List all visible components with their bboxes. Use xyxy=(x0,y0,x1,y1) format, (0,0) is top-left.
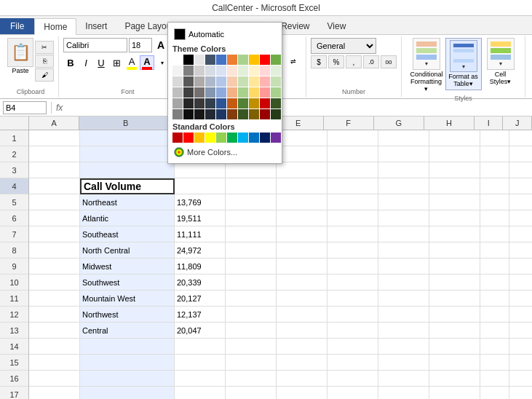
cell-a15[interactable] xyxy=(29,355,80,371)
theme-color-swatch[interactable] xyxy=(183,76,194,87)
theme-color-swatch[interactable] xyxy=(249,87,259,98)
cell-c5[interactable]: 13,769 xyxy=(175,194,226,210)
cell-f7[interactable] xyxy=(327,226,378,242)
theme-color-swatch[interactable] xyxy=(172,98,183,108)
col-header-i[interactable]: I xyxy=(475,116,503,130)
theme-color-swatch[interactable] xyxy=(183,66,194,76)
cell-f15[interactable] xyxy=(327,355,378,371)
cell-g8[interactable] xyxy=(378,242,429,258)
cell-j5[interactable] xyxy=(509,194,532,210)
theme-color-swatch[interactable] xyxy=(227,87,237,98)
cell-e17[interactable] xyxy=(277,387,327,399)
cell-a16[interactable] xyxy=(29,371,80,387)
font-name-input[interactable] xyxy=(63,38,127,52)
cell-b14[interactable] xyxy=(80,339,175,355)
cell-b9[interactable]: Midwest xyxy=(80,258,175,274)
cell-e8[interactable] xyxy=(277,242,327,258)
cell-f14[interactable] xyxy=(327,339,378,355)
cell-d3[interactable] xyxy=(226,162,277,178)
cell-c8[interactable]: 24,972 xyxy=(175,242,226,258)
theme-color-swatch[interactable] xyxy=(227,109,237,119)
paste-button[interactable]: 📋 Paste xyxy=(7,38,33,82)
cell-c13[interactable]: 20,047 xyxy=(175,323,226,339)
cell-g4[interactable] xyxy=(378,178,429,194)
cell-f11[interactable] xyxy=(327,291,378,307)
cell-h1[interactable] xyxy=(429,130,480,146)
cell-b2[interactable] xyxy=(80,146,175,162)
cell-d9[interactable] xyxy=(226,258,277,274)
cell-f4[interactable] xyxy=(327,178,378,194)
cell-h10[interactable] xyxy=(429,274,480,291)
cell-f16[interactable] xyxy=(327,371,378,387)
cell-h17[interactable] xyxy=(429,387,480,399)
col-header-f[interactable]: F xyxy=(324,116,374,130)
cell-a8[interactable] xyxy=(29,242,80,258)
cell-c7[interactable]: 11,111 xyxy=(175,226,226,242)
cell-b1[interactable] xyxy=(80,130,175,146)
theme-color-swatch[interactable] xyxy=(238,66,248,76)
cell-j11[interactable] xyxy=(509,291,532,307)
cell-c12[interactable]: 12,137 xyxy=(175,307,226,323)
cell-a2[interactable] xyxy=(29,146,80,162)
cell-g5[interactable] xyxy=(378,194,429,210)
cell-h7[interactable] xyxy=(429,226,480,242)
tab-file[interactable]: File xyxy=(0,18,34,34)
cell-c14[interactable] xyxy=(175,339,226,355)
theme-color-swatch[interactable] xyxy=(194,76,205,87)
cell-b5[interactable]: Northeast xyxy=(80,194,175,210)
cell-h9[interactable] xyxy=(429,258,480,274)
theme-color-swatch[interactable] xyxy=(172,109,183,119)
cell-a4[interactable] xyxy=(29,178,80,194)
cell-i1[interactable] xyxy=(480,130,509,146)
cell-e6[interactable] xyxy=(277,210,327,226)
standard-color-swatch[interactable] xyxy=(183,133,194,143)
cell-d10[interactable] xyxy=(226,274,277,291)
cell-j10[interactable] xyxy=(509,274,532,291)
cell-c15[interactable] xyxy=(175,355,226,371)
cell-e4[interactable] xyxy=(277,178,327,194)
row-num-8[interactable]: 8 xyxy=(0,242,29,258)
row-num-10[interactable]: 10 xyxy=(0,274,29,291)
cell-h6[interactable] xyxy=(429,210,480,226)
cell-e11[interactable] xyxy=(277,291,327,307)
theme-color-swatch[interactable] xyxy=(205,98,215,108)
col-header-g[interactable]: G xyxy=(374,116,424,130)
cell-f3[interactable] xyxy=(327,162,378,178)
cell-d13[interactable] xyxy=(226,323,277,339)
cell-i3[interactable] xyxy=(480,162,509,178)
number-format-select[interactable]: General Number Currency xyxy=(311,38,376,54)
theme-color-swatch[interactable] xyxy=(183,98,194,108)
cell-h16[interactable] xyxy=(429,371,480,387)
grow-font-button[interactable]: A xyxy=(154,38,168,52)
theme-color-swatch[interactable] xyxy=(205,109,215,119)
cell-h14[interactable] xyxy=(429,339,480,355)
theme-color-swatch[interactable] xyxy=(194,66,205,76)
cell-b11[interactable]: Mountain West xyxy=(80,291,175,307)
cell-i14[interactable] xyxy=(480,339,509,355)
cell-a11[interactable] xyxy=(29,291,80,307)
cell-a1[interactable] xyxy=(29,130,80,146)
comma-button[interactable]: , xyxy=(346,55,362,68)
standard-color-swatch[interactable] xyxy=(238,133,248,143)
col-header-j[interactable]: J xyxy=(503,116,531,130)
percent-button[interactable]: % xyxy=(328,55,344,68)
cell-b6[interactable]: Atlantic xyxy=(80,210,175,226)
cell-h13[interactable] xyxy=(429,323,480,339)
cell-j15[interactable] xyxy=(509,355,532,371)
increase-decimal-button[interactable]: .0 xyxy=(363,55,379,68)
theme-color-swatch[interactable] xyxy=(194,55,205,65)
standard-color-swatch[interactable] xyxy=(205,133,215,143)
cell-i17[interactable] xyxy=(480,387,509,399)
cell-f1[interactable] xyxy=(327,130,378,146)
underline-button[interactable]: U xyxy=(94,55,108,70)
row-num-11[interactable]: 11 xyxy=(0,291,29,307)
orientation-button[interactable]: ⇌ xyxy=(285,54,301,68)
row-num-3[interactable]: 3 xyxy=(0,162,29,178)
cell-c3[interactable] xyxy=(175,162,226,178)
theme-color-swatch[interactable] xyxy=(205,66,215,76)
theme-color-swatch[interactable] xyxy=(271,66,281,76)
cell-j6[interactable] xyxy=(509,210,532,226)
theme-color-swatch[interactable] xyxy=(238,109,248,119)
theme-color-swatch[interactable] xyxy=(227,76,237,87)
cell-f5[interactable] xyxy=(327,194,378,210)
